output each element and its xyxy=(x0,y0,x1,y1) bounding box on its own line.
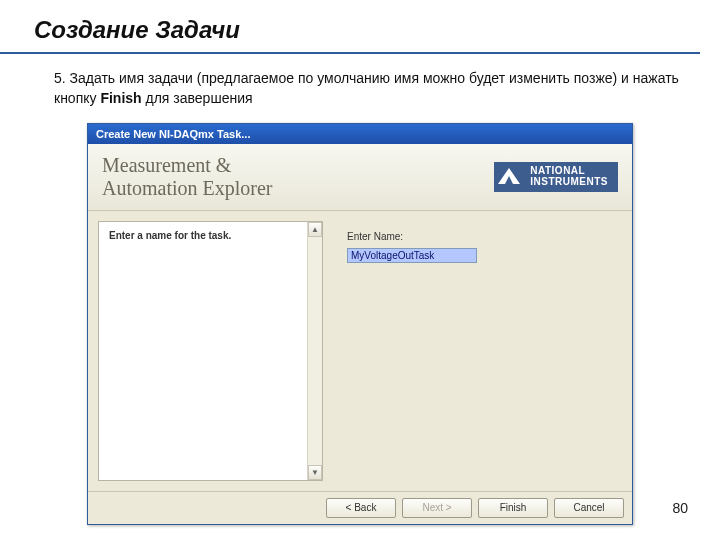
step-text-suffix: для завершения xyxy=(142,90,253,106)
finish-button[interactable]: Finish xyxy=(478,498,548,518)
dialog-header: Measurement & Automation Explorer NATION… xyxy=(88,144,632,211)
left-pane: Enter a name for the task. ▲ ▼ xyxy=(98,221,323,481)
ni-eagle-icon xyxy=(494,162,524,192)
next-button: Next > xyxy=(402,498,472,518)
back-button[interactable]: < Back xyxy=(326,498,396,518)
logo-line2: INSTRUMENTS xyxy=(530,177,608,188)
task-name-input[interactable] xyxy=(347,248,477,263)
ni-logo-text: NATIONAL INSTRUMENTS xyxy=(530,163,618,190)
header-line1: Measurement & xyxy=(102,154,273,177)
slide-title: Создание Задачи xyxy=(0,0,700,54)
step-text-bold: Finish xyxy=(100,90,141,106)
cancel-button[interactable]: Cancel xyxy=(554,498,624,518)
name-field-label: Enter Name: xyxy=(347,231,614,242)
scroll-down-icon[interactable]: ▼ xyxy=(308,465,322,480)
header-line2: Automation Explorer xyxy=(102,177,273,200)
step-instruction: 5. Задать имя задачи (предлагаемое по ум… xyxy=(0,54,720,123)
scroll-up-icon[interactable]: ▲ xyxy=(308,222,322,237)
dialog-body: Enter a name for the task. ▲ ▼ Enter Nam… xyxy=(88,211,632,491)
dialog-footer: < Back Next > Finish Cancel xyxy=(88,491,632,524)
page-number: 80 xyxy=(672,500,688,516)
dialog-window: Create New NI-DAQmx Task... Measurement … xyxy=(87,123,633,525)
right-pane: Enter Name: xyxy=(329,211,632,491)
dialog-titlebar: Create New NI-DAQmx Task... xyxy=(88,124,632,144)
svg-rect-0 xyxy=(494,162,524,192)
scrollbar[interactable]: ▲ ▼ xyxy=(307,222,322,480)
dialog-header-text: Measurement & Automation Explorer xyxy=(102,154,273,200)
ni-logo: NATIONAL INSTRUMENTS xyxy=(494,162,618,192)
left-prompt-text: Enter a name for the task. xyxy=(99,222,322,249)
